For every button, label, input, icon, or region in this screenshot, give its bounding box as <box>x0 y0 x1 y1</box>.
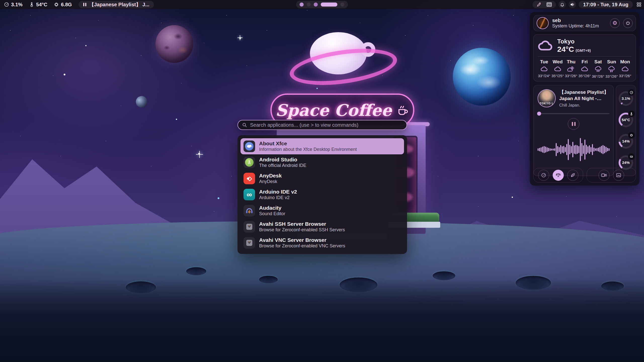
user-name: seb <box>552 17 607 23</box>
user-card: seb System Uptime: 4h11m ⚙ <box>533 15 636 31</box>
clock-text: 17:09 - Tue, 19 Aug <box>583 2 628 8</box>
forecast-day: Sun 33°/26° <box>605 59 618 78</box>
forecast-day: Sat 36°/26° <box>592 59 605 78</box>
gauge-value: 3.1% <box>622 96 630 101</box>
launcher-item-subtitle: The official Android IDE <box>259 163 306 168</box>
album-art[interactable]: TOKYO L <box>538 89 556 107</box>
forecast-day: Mon 33°/26° <box>619 59 632 78</box>
gauge-memory: 14% <box>619 134 633 149</box>
track-progress-bar[interactable] <box>538 113 610 114</box>
now-playing-pill[interactable]: 【Japanese Playlist】 J... <box>78 1 154 8</box>
storm-cloud-icon <box>608 66 615 73</box>
cloud-icon <box>540 66 548 72</box>
forecast-row: Tue 33°/24° Wed 35°/25° Thu 33°/26° <box>538 59 632 78</box>
color-picker-icon[interactable] <box>537 2 541 7</box>
weather-card: Tokyo 24°C (GMT+9) Tue 33°/24° Wed <box>533 34 636 81</box>
top-bar: 3.1% 54°C 6.8G 【Japanese P <box>0 0 644 9</box>
track-artist: Chill Japan. <box>559 103 610 108</box>
arduino-icon: ∞ <box>244 189 255 200</box>
launcher-item-title: Avahi VNC Server Browser <box>259 237 345 243</box>
launcher-item-subtitle: AnyDesk <box>259 179 282 185</box>
launcher-item-about-xfce[interactable]: About Xfce Information about the Xfce De… <box>240 138 404 154</box>
clock-pill[interactable]: 17:09 - Tue, 19 Aug <box>579 1 633 8</box>
workspace-dot-2[interactable] <box>307 3 311 7</box>
screenshot-button[interactable] <box>613 170 624 181</box>
search-icon <box>242 122 247 127</box>
launcher-search <box>237 120 407 130</box>
launcher-item-arduino[interactable]: ∞ Arduino IDE v2 Arduino IDE v2 <box>240 187 404 203</box>
launcher-item-title: Audacity <box>259 205 285 211</box>
gear-icon: ⚙ <box>612 20 617 26</box>
search-input[interactable] <box>250 122 403 128</box>
video-camera-icon <box>601 173 607 177</box>
powersave-profile-button[interactable] <box>567 170 578 181</box>
launcher-item-title: Arduino IDE v2 <box>259 189 297 195</box>
gauge-value: 14% <box>622 139 630 143</box>
launcher-results: About Xfce Information about the Xfce De… <box>237 135 407 254</box>
wallpaper-icon[interactable] <box>546 2 552 7</box>
scales-icon <box>555 172 561 178</box>
temperature-stat[interactable]: 54°C <box>29 2 48 8</box>
desktop: Space Coffee 3.1% <box>0 0 644 362</box>
gauge-icon <box>4 2 9 7</box>
workspace-active-pill[interactable] <box>321 3 337 7</box>
cloud-icon <box>621 66 629 72</box>
cpu-usage-stat[interactable]: 3.1% <box>4 2 23 8</box>
gauge-value: 24% <box>622 160 630 165</box>
memory-stat[interactable]: 6.8G <box>54 2 72 8</box>
pause-icon <box>83 3 87 7</box>
gauge-icon <box>541 173 546 178</box>
gauge-cpu: 3.1% <box>619 91 633 106</box>
workspace-dot-1[interactable] <box>300 3 304 7</box>
app-grid-icon[interactable] <box>636 2 641 7</box>
audacity-icon <box>244 205 255 216</box>
avatar[interactable] <box>537 17 549 29</box>
power-profile-group <box>533 168 583 183</box>
system-stats-card: 3.1% 54°C 14% 24% <box>616 85 636 176</box>
network-port-icon <box>244 237 255 249</box>
forecast-day: Tue 33°/24° <box>538 59 551 78</box>
workspace-dot-5[interactable] <box>340 3 344 7</box>
screenshot-icon <box>616 173 621 177</box>
play-pause-button[interactable] <box>568 118 579 130</box>
launcher-item-subtitle: Browse for Zeroconf-enabled VNC Servers <box>259 243 345 249</box>
gauge-temperature: 54°C <box>619 113 633 127</box>
settings-button[interactable]: ⚙ <box>610 18 620 28</box>
progress-knob[interactable] <box>537 112 541 116</box>
saturn-ring <box>288 43 399 91</box>
launcher-item-anydesk[interactable]: AnyDesk AnyDesk <box>240 170 404 187</box>
launcher-item-subtitle: Information about the Xfce Desktop Envir… <box>259 147 357 152</box>
weather-timezone: (GMT+9) <box>576 48 591 53</box>
temperature-value: 54°C <box>36 2 48 8</box>
system-uptime: System Uptime: 4h11m <box>552 23 607 29</box>
cloud-icon <box>554 66 561 72</box>
launcher-item-subtitle: Sound Editor <box>259 211 285 217</box>
screen-record-button[interactable] <box>598 170 610 181</box>
launcher-item-android-studio[interactable]: Android Studio The official Android IDE <box>240 154 404 170</box>
notifications-bell[interactable] <box>558 1 566 8</box>
forecast-day: Fri 35°/26° <box>578 59 591 78</box>
bell-icon <box>560 2 565 7</box>
volume-button[interactable] <box>569 1 576 8</box>
music-player-card: TOKYO L 【Japanese Playlist】 Japan All Ni… <box>533 85 614 176</box>
cloud-icon <box>581 66 588 72</box>
network-port-icon <box>244 221 255 233</box>
balanced-profile-button[interactable] <box>553 170 564 181</box>
forecast-day: Wed 35°/25° <box>551 59 564 78</box>
launcher-item-subtitle: Arduino IDE v2 <box>259 195 297 201</box>
power-button[interactable] <box>623 18 633 28</box>
now-playing-text: 【Japanese Playlist】 J... <box>89 1 149 8</box>
launcher-item-title: Avahi SSH Server Browser <box>259 221 345 227</box>
chip-icon <box>54 2 59 7</box>
weather-temp: 24°C <box>557 45 574 53</box>
thermometer-icon <box>29 2 34 7</box>
launcher-item-avahi-ssh[interactable]: Avahi SSH Server Browser Browse for Zero… <box>240 219 404 235</box>
performance-profile-button[interactable] <box>538 170 549 181</box>
neon-sign-text: Space Coffee <box>275 101 392 120</box>
launcher-item-avahi-vnc[interactable]: Avahi VNC Server Browser Browse for Zero… <box>240 235 404 251</box>
launcher-item-subtitle: Browse for Zeroconf-enabled SSH Servers <box>259 227 345 233</box>
launcher-item-audacity[interactable]: Audacity Sound Editor <box>240 203 404 219</box>
album-art-text: TOKYO L <box>538 102 555 105</box>
coffee-cup-icon <box>396 104 409 117</box>
workspace-dot-3[interactable] <box>314 3 318 7</box>
